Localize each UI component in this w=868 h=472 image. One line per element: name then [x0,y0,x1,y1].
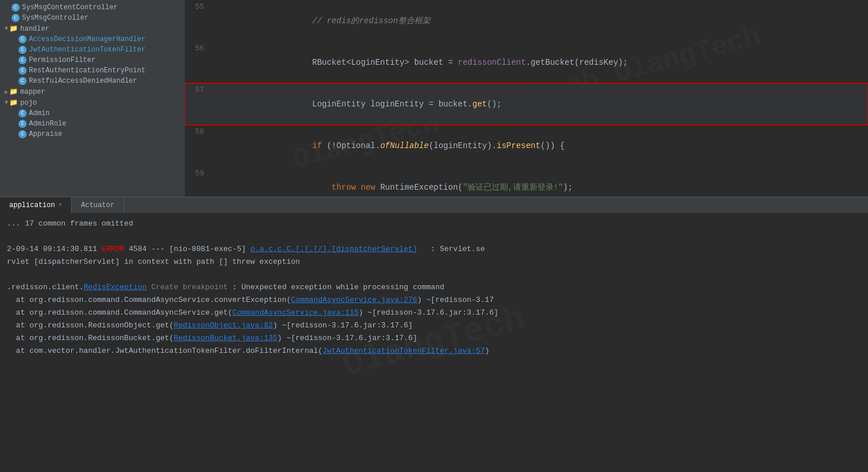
console-text: at org.redisson.command.CommandAsyncServ… [7,294,291,307]
expand-arrow: ▶ [5,89,8,95]
console-line-stack1: at org.redisson.command.CommandAsyncServ… [7,294,861,307]
expand-arrow: ▼ [5,25,8,32]
tree-item-Appraise[interactable]: C Appraise [0,129,185,139]
tree-item-label: handler [20,25,49,33]
code-token: (!Optional. [322,141,380,150]
code-line-56: 56 RBucket<LoginEntity> bucket = redisso… [185,42,868,83]
console-link-stack5[interactable]: JwtAuthenticationTokenFilter.java:57 [322,345,485,357]
expand-arrow: ▼ [5,99,8,106]
console-error-level: ERROR [102,243,124,256]
code-token: RuntimeException( [375,183,462,192]
console-line-stack5: at com.vector.handler.JwtAuthenticationT… [7,345,861,357]
tree-item-mapper[interactable]: ▶ 📁 mapper [0,86,185,97]
tab-application[interactable]: application × [0,197,72,213]
code-token: ); [563,183,573,192]
console-text: ) ~[redisson-3.17.6.jar:3.17.6] [359,307,499,319]
tree-item-JwtAuthenticationTokenFilter[interactable]: C JwtAuthenticationTokenFilter [0,45,185,55]
code-token: redissonClient [458,58,526,67]
tree-item-handler[interactable]: ▼ 📁 handler [0,23,185,34]
tab-actuator[interactable]: Actuator [72,197,124,213]
line-content: if (!Optional.ofNullable(loginEntity).is… [222,125,868,167]
line-content: RBucket<LoginEntity> bucket = redissonCl… [222,42,868,83]
console-line-servlet: rvlet [dispatcherServlet] in context wit… [7,256,861,268]
console-line-empty2 [7,268,861,281]
line-number: 57 [185,83,211,125]
code-editor-area: C SysMsgContentController C SysMsgContro… [0,0,868,197]
tree-item-Admin[interactable]: C Admin [0,108,185,119]
code-token: ofNullable [380,141,429,150]
tab-label: Actuator [81,201,114,209]
class-icon: C [18,109,27,117]
tab-label: application [9,201,55,209]
line-number: 56 [185,42,211,83]
line-content: throw new RuntimeException("验证已过期,请重新登录!… [222,167,868,197]
tree-item-SysMsgContentController[interactable]: C SysMsgContentController [0,2,185,13]
tree-item-label: AccessDecisionManagerHandler [29,35,146,43]
console-content: ... 17 common frames omitted 2-09-14 09:… [0,213,868,362]
line-gutter [211,125,222,167]
console-text: 4584 --- [nio-8081-exec-5] [124,243,250,256]
tree-item-label: pojo [20,99,37,107]
line-gutter [211,167,222,197]
console-text: at org.redisson.command.CommandAsyncServ… [7,307,232,319]
tree-item-label: SysMsgContentController [22,3,118,12]
tree-item-AdminRole[interactable]: C AdminRole [0,119,185,129]
console-text: at org.redisson.RedissonBucket.get( [7,332,174,345]
console-link-stack1[interactable]: CommandAsyncService.java:276 [291,294,417,307]
tree-item-pojo[interactable]: ▼ 📁 pojo [0,97,185,108]
code-token: ()) { [540,141,565,150]
panel-tabs: application × Actuator [0,197,868,213]
console-text: at org.redisson.RedissonObject.get( [7,319,174,332]
line-content: LoginEntity loginEntity = bucket.get(); [222,83,868,125]
code-token: (loginEntity). [429,141,497,150]
console-link-stack3[interactable]: RedissonObject.java:82 [174,319,273,332]
console-link-dispatcher[interactable]: o.a.c.c.C.[.[.[/].[dispatcherServlet] [250,243,417,256]
console-line-omitted: ... 17 common frames omitted [7,217,861,230]
code-token: RBucket<LoginEntity> bucket = [273,58,458,67]
tree-item-SysMsgController[interactable]: C SysMsgController [0,13,185,23]
console-text: ) ~[redisson-3.17.6.jar:3.17.6] [277,332,417,345]
code-token [356,183,361,192]
console-text: ) ~[redisson-3.17 [417,294,494,307]
console-line-exception: .redisson.client. RedisException Create … [7,281,861,294]
console-link-stack4[interactable]: RedissonBucket.java:135 [174,332,277,345]
tab-close-button[interactable]: × [58,202,62,208]
folder-icon: 📁 [9,98,18,107]
line-content: // redis的redisson整合框架 [222,0,868,42]
tree-item-label: Appraise [29,130,62,138]
code-line-57: 57 LoginEntity loginEntity = bucket.get(… [185,83,868,125]
console-line-empty [7,230,861,243]
tree-item-label: Admin [29,109,50,117]
tree-item-label: RestfulAccessDeniedHandler [29,77,137,85]
code-line-59: 59 throw new RuntimeException("验证已过期,请重新… [185,167,868,197]
code-line-55: 55 // redis的redisson整合框架 [185,0,868,42]
class-icon: C [18,35,27,43]
tree-item-AccessDecisionManagerHandler[interactable]: C AccessDecisionManagerHandler [0,34,185,45]
console-text: at com.vector.handler.JwtAuthenticationT… [7,345,322,357]
code-lines: 55 // redis的redisson整合框架 56 RBucket<Logi… [185,0,868,197]
class-icon: C [18,67,27,75]
code-token: isPresent [497,141,541,150]
class-icon: C [18,130,27,138]
tree-item-label: AdminRole [29,120,66,128]
code-token: get [472,99,487,109]
code-keyword-throw: throw [332,183,356,192]
console-link-redis-exception[interactable]: RedisException [84,281,147,294]
line-number: 55 [185,0,211,42]
console-hint: Create breakpoint [147,281,228,294]
tree-item-RestAuthenticationEntryPoint[interactable]: C RestAuthenticationEntryPoint [0,65,185,76]
file-tree: C SysMsgContentController C SysMsgContro… [0,0,185,197]
code-token: if [312,141,322,150]
tree-item-label: SysMsgController [22,14,88,22]
console-link-stack2[interactable]: CommandAsyncService.java:115 [232,307,358,319]
code-token: .getBucket(redisKey); [526,58,628,67]
console-text: : Unexpected exception while processing … [228,281,444,294]
tree-item-label: mapper [20,88,45,96]
class-icon: C [12,14,20,22]
console-line-stack2: at org.redisson.command.CommandAsyncServ… [7,307,861,319]
class-icon: C [18,120,27,128]
tree-item-PermissionFilter[interactable]: C PermissionFilter [0,55,185,65]
tree-item-RestfulAccessDeniedHandler[interactable]: C RestfulAccessDeniedHandler [0,76,185,86]
console-text: ) ~[redisson-3.17.6.jar:3.17.6] [273,319,413,332]
console-text: ) [485,345,489,357]
